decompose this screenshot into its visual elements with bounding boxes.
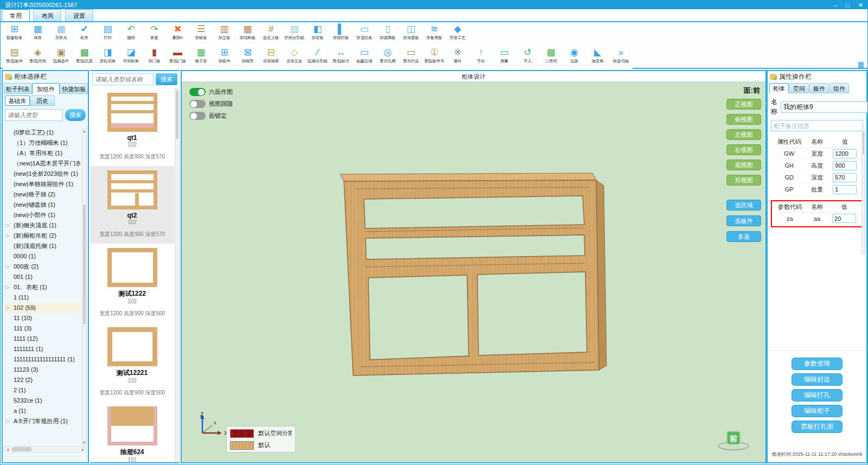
component-card[interactable]: 抽屉624 102 [90, 402, 174, 462]
cabinet-name-input[interactable] [781, 101, 868, 113]
toolbar-button[interactable]: ▭ 测量 [493, 46, 516, 69]
properties-scrollbar[interactable] [861, 131, 865, 254]
toolbar-button[interactable]: ◪ 空间斜角 [119, 46, 143, 69]
type-search-input[interactable] [5, 109, 63, 121]
properties-tab[interactable]: 板件 [809, 83, 829, 93]
properties-action-button[interactable]: 编辑柜子 [792, 405, 843, 417]
toolbar-button[interactable]: ◇ 添加五金 [283, 46, 306, 69]
toolbar-button[interactable]: ▦ 加结构板 [236, 23, 259, 46]
toolbar-button[interactable]: ▯ 加踢脚板 [376, 23, 399, 46]
toggle-pill-icon[interactable] [189, 112, 206, 120]
toolbar-button[interactable]: # 自定义板 [259, 23, 283, 46]
canvas-toggle[interactable]: 面锁定 [189, 112, 233, 120]
tree-item[interactable]: (new)1全新2023组件 (1) [5, 169, 80, 179]
tree-item[interactable]: (new)格子抽 (2) [5, 189, 80, 200]
ribbon-tab[interactable]: 布局 [33, 9, 61, 21]
tree-item[interactable]: ▷ 102 (59) [5, 303, 80, 313]
selector-tab[interactable]: 快捷加板 [60, 83, 88, 94]
toolbar-button[interactable]: ▬ 显/隐门板 [166, 46, 189, 69]
toolbar-button[interactable]: ◆ 异形工艺 [446, 23, 469, 46]
toolbar-button[interactable]: ▌ 加前封板 [329, 23, 353, 46]
library-subtab[interactable]: 历史 [30, 95, 55, 106]
ribbon-tab[interactable]: 常用 [2, 9, 30, 21]
view-button[interactable]: 后视图 [726, 175, 761, 186]
tree-item[interactable]: ▷ A⑤开门常规自用 (1) [5, 416, 80, 426]
library-search-input[interactable] [92, 73, 154, 85]
attr-value-input[interactable] [833, 173, 857, 182]
library-search-button[interactable]: 搜索 [156, 73, 177, 85]
toolbar-button[interactable]: ◣ 海棠角 [586, 46, 609, 69]
scrollbar-thumb[interactable] [83, 205, 86, 324]
view-button[interactable]: 右视图 [726, 144, 761, 155]
tree-item[interactable]: 11 (10) [5, 313, 80, 323]
toolbar-button[interactable]: ☰ 加横板 [189, 23, 213, 46]
scroll-left-icon[interactable]: ◂ [4, 447, 11, 452]
tree-item[interactable]: ▷ (新)橱柜吊柜 (2) [5, 231, 80, 241]
attr-value-input[interactable] [833, 185, 857, 194]
scroll-right-icon[interactable]: ▸ [80, 447, 86, 452]
toggle-pill-icon[interactable] [189, 88, 206, 96]
tree-horizontal-scrollbar[interactable]: ◂ ▸ [4, 446, 87, 453]
tree-item[interactable]: ▷ (新)侧夹顶底 (1) [5, 220, 80, 231]
ribbon-tab[interactable]: 设置 [65, 9, 93, 21]
expander-icon[interactable]: ▷ [6, 262, 10, 272]
select-mode-button[interactable]: 多选 [726, 231, 761, 242]
toolbar-button[interactable]: ↺ 导入 [516, 46, 539, 69]
tree-item[interactable]: (new)键盘抽 (1) [5, 200, 80, 210]
toolbar-button[interactable]: ◫ 加深度板 [399, 23, 423, 46]
toolbar-button[interactable]: ▭ 显示封边 [399, 46, 423, 69]
tree-scrollbar[interactable]: ▲ ▼ [82, 129, 87, 445]
library-subtab[interactable]: 基础库 [5, 95, 30, 106]
toolbar-button[interactable]: ▭ 创建区域 [353, 46, 376, 69]
selector-tab[interactable]: 柜子列表 [4, 83, 32, 94]
toolbar-button[interactable]: ✖ 删除h [166, 23, 189, 46]
toggle-pill-icon[interactable] [189, 100, 206, 108]
expander-icon[interactable]: ▷ [6, 303, 10, 313]
toolbar-button[interactable]: ◈ 显/隐空间 [26, 46, 49, 69]
toolbar-button[interactable]: ▨ 空间分割线 [283, 23, 306, 46]
tree-item[interactable]: ▷ 01、衣柜 (1) [5, 282, 80, 292]
select-mode-button[interactable]: 选区域 [726, 200, 761, 211]
component-card[interactable]: qt1 102 宽度1200 高度900 深度570 [90, 88, 174, 166]
toolbar-button[interactable]: ↶ 撤销 [119, 23, 143, 46]
tree-item[interactable]: 5232ce (1) [5, 396, 80, 406]
toolbar-button[interactable]: ▮ 加门板 [143, 46, 166, 69]
cabinet-note-input[interactable] [771, 120, 863, 131]
expander-icon[interactable]: ▷ [6, 220, 10, 231]
tree-item[interactable]: 001 (1) [5, 272, 80, 282]
tree-item[interactable]: 122 (2) [5, 375, 80, 385]
view-button[interactable]: 左视图 [726, 129, 761, 140]
toolbar-button[interactable]: ∕ 隐藏分割线 [306, 46, 329, 69]
tree-item[interactable]: a (1) [5, 406, 80, 416]
select-mode-button[interactable]: 选板件 [726, 215, 761, 226]
canvas-toggle[interactable]: 六面作图 [189, 88, 233, 96]
toolbar-button[interactable]: ▦ 格子架 [189, 46, 213, 69]
properties-action-button[interactable]: 参数管理 [792, 358, 843, 370]
properties-tab[interactable]: 组件 [829, 83, 849, 93]
properties-action-button[interactable]: 层板打孔面 [792, 421, 843, 433]
view-button[interactable]: 底视图 [726, 160, 761, 170]
expander-icon[interactable]: ▷ [6, 231, 10, 241]
tree-item[interactable]: （A）常用吊柜 (1) [5, 148, 80, 158]
tree-item[interactable]: 111111111111111111 (1) [5, 354, 80, 365]
toolbar-button[interactable]: ▩ 二维码 [539, 46, 563, 69]
toolbar-button[interactable]: ↷ 恢复 [143, 23, 166, 46]
tree-item[interactable]: 1111111 (1) [5, 344, 80, 354]
tree-item[interactable]: 1111 (12) [5, 334, 80, 344]
tree-item[interactable]: 0000 (1) [5, 251, 80, 262]
toolbar-button[interactable]: ▤ 显/隐板件 [3, 46, 26, 69]
selector-tab[interactable]: 加组件 [32, 83, 60, 94]
toolbar-button[interactable]: ※ 爆炸 [446, 46, 469, 69]
properties-tab[interactable]: 柜体 [769, 83, 789, 93]
toolbar-button[interactable]: ◨ 梁柱切角 [96, 46, 119, 69]
tree-item[interactable]: （new)1A思木居平开门衣柜 ( [5, 158, 80, 169]
properties-action-button[interactable]: 编辑打孔 [792, 389, 843, 402]
toolbar-button[interactable]: ≋ 加备用板 [423, 23, 446, 46]
tree-item[interactable]: (0梦欣工艺) (1) [5, 128, 80, 138]
view-button[interactable]: 俯视图 [726, 114, 761, 125]
param-value-input[interactable] [832, 214, 856, 223]
toolbar-button[interactable]: ◧ 加背板 [306, 23, 329, 46]
tree-item[interactable]: 11123 (3) [5, 365, 80, 375]
toolbar-button[interactable]: ▣ 隐藏选中 [49, 46, 73, 69]
tree-item[interactable]: 2 (1) [5, 385, 80, 396]
